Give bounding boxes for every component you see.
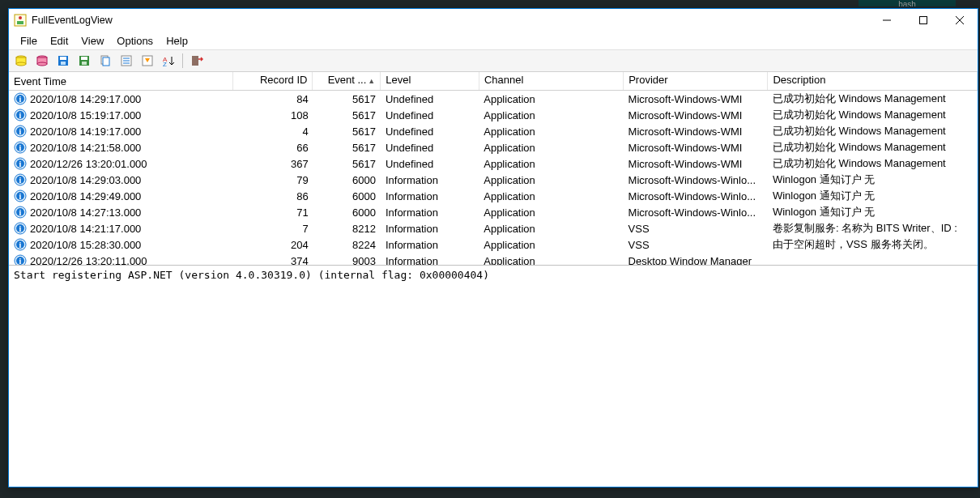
cell-record: 79 xyxy=(234,174,313,186)
cell-event: 5617 xyxy=(313,93,381,105)
cell-level: Undefined xyxy=(381,109,479,121)
cell-channel: Application xyxy=(479,190,623,202)
table-row[interactable]: i2020/10/8 14:29:03.000796000Information… xyxy=(9,172,978,188)
cell-channel: Application xyxy=(479,158,623,170)
col-description[interactable]: Description xyxy=(768,72,978,90)
svg-text:i: i xyxy=(19,176,22,185)
cell-event: 6000 xyxy=(313,174,381,186)
cell-record: 108 xyxy=(234,109,313,121)
toolbar-separator xyxy=(182,53,183,68)
col-event-id[interactable]: Event ...▲ xyxy=(313,72,381,90)
cell-level: Information xyxy=(381,206,479,219)
cell-channel: Application xyxy=(479,109,623,121)
cell-provider: Microsoft-Windows-WMI xyxy=(624,93,768,105)
event-list[interactable]: i2020/10/8 14:29:17.000845617UndefinedAp… xyxy=(9,91,978,266)
info-icon: i xyxy=(14,92,27,105)
cell-record: 84 xyxy=(234,93,313,105)
external-window-title: bash xyxy=(859,0,956,6)
info-icon: i xyxy=(14,141,27,154)
cell-provider: Microsoft-Windows-Winlo... xyxy=(624,190,768,202)
svg-rect-12 xyxy=(61,62,66,65)
col-level[interactable]: Level xyxy=(381,72,479,90)
cell-channel: Application xyxy=(479,174,623,186)
window-title: FullEventLogView xyxy=(32,15,868,26)
info-icon: i xyxy=(14,222,27,235)
info-icon: i xyxy=(14,254,27,266)
info-icon: i xyxy=(14,109,27,121)
cell-time: 2020/10/8 14:29:17.000 xyxy=(30,93,141,105)
svg-text:i: i xyxy=(19,111,22,120)
menu-options[interactable]: Options xyxy=(110,33,160,49)
titlebar[interactable]: FullEventLogView xyxy=(9,9,978,32)
svg-rect-14 xyxy=(81,57,87,60)
open-file-icon[interactable] xyxy=(12,52,30,70)
table-row[interactable]: i2020/10/8 14:21:17.00078212InformationA… xyxy=(9,220,978,236)
minimize-button[interactable] xyxy=(868,9,905,32)
save-icon[interactable] xyxy=(54,52,72,70)
cell-channel: Application xyxy=(479,126,623,138)
sort-icon[interactable]: AZ xyxy=(160,52,177,70)
properties-icon[interactable] xyxy=(117,52,135,70)
cell-level: Undefined xyxy=(381,158,479,170)
cell-desc: 已成功初始化 Windows Management xyxy=(768,108,978,122)
details-pane[interactable]: Start registering ASP.NET (version 4.0.3… xyxy=(9,266,978,487)
svg-text:i: i xyxy=(19,240,22,249)
svg-text:i: i xyxy=(19,208,22,217)
cell-level: Information xyxy=(381,174,479,186)
menu-edit[interactable]: Edit xyxy=(44,33,75,49)
table-row[interactable]: i2020/12/26 13:20:11.0003749003Informati… xyxy=(9,253,978,266)
svg-rect-25 xyxy=(192,56,198,66)
cell-event: 5617 xyxy=(313,158,381,170)
open-stream-icon[interactable] xyxy=(33,52,51,70)
cell-level: Information xyxy=(381,223,479,235)
cell-level: Undefined xyxy=(381,142,479,154)
cell-provider: Microsoft-Windows-WMI xyxy=(624,158,768,170)
cell-record: 204 xyxy=(234,239,313,251)
table-row[interactable]: i2020/12/26 13:20:01.0003675617Undefined… xyxy=(9,155,978,172)
cell-desc: Winlogon 通知订户 无 xyxy=(768,205,978,219)
col-record-id[interactable]: Record ID xyxy=(233,72,313,90)
svg-rect-11 xyxy=(60,57,66,60)
cell-level: Information xyxy=(381,190,479,202)
table-row[interactable]: i2020/10/8 14:29:17.000845617UndefinedAp… xyxy=(9,91,978,107)
copy-icon[interactable] xyxy=(96,52,114,70)
cell-record: 71 xyxy=(234,206,313,219)
save-selected-icon[interactable] xyxy=(75,52,93,70)
cell-record: 367 xyxy=(234,158,313,170)
cell-channel: Application xyxy=(479,93,623,105)
menu-view[interactable]: View xyxy=(75,33,110,49)
col-channel[interactable]: Channel xyxy=(479,72,624,90)
cell-event: 8212 xyxy=(313,223,381,235)
info-icon: i xyxy=(14,157,27,170)
table-row[interactable]: i2020/10/8 14:19:17.00045617UndefinedApp… xyxy=(9,123,978,139)
table-row[interactable]: i2020/10/8 15:28:30.0002048224Informatio… xyxy=(9,236,978,253)
cell-desc: 由于空闲超时，VSS 服务将关闭。 xyxy=(768,237,978,252)
maximize-button[interactable] xyxy=(905,9,941,32)
close-button[interactable] xyxy=(941,9,978,32)
table-row[interactable]: i2020/10/8 15:19:17.0001085617UndefinedA… xyxy=(9,107,978,123)
menu-file[interactable]: File xyxy=(14,33,44,49)
col-provider[interactable]: Provider xyxy=(624,72,768,90)
options-icon[interactable] xyxy=(138,52,156,70)
cell-time: 2020/10/8 14:29:49.000 xyxy=(30,190,141,202)
svg-rect-3 xyxy=(919,17,927,24)
cell-time: 2020/10/8 15:19:17.000 xyxy=(30,109,141,121)
cell-event: 6000 xyxy=(313,206,381,219)
col-event-time[interactable]: Event Time xyxy=(9,72,233,90)
app-icon xyxy=(14,14,27,27)
cell-time: 2020/10/8 14:27:13.000 xyxy=(30,206,141,219)
svg-text:i: i xyxy=(19,257,22,266)
cell-time: 2020/10/8 15:28:30.000 xyxy=(30,239,141,251)
table-row[interactable]: i2020/10/8 14:27:13.000716000Information… xyxy=(9,204,978,220)
cell-desc: 已成功初始化 Windows Management xyxy=(768,156,978,171)
info-icon: i xyxy=(14,189,27,202)
table-row[interactable]: i2020/10/8 14:21:58.000665617UndefinedAp… xyxy=(9,139,978,155)
menu-help[interactable]: Help xyxy=(160,33,194,49)
exit-icon[interactable] xyxy=(188,52,206,70)
svg-text:i: i xyxy=(19,160,22,168)
cell-level: Undefined xyxy=(381,126,479,138)
table-row[interactable]: i2020/10/8 14:29:49.000866000Information… xyxy=(9,188,978,204)
cell-level: Information xyxy=(381,239,479,251)
cell-desc: 已成功初始化 Windows Management xyxy=(768,140,978,155)
cell-channel: Application xyxy=(479,239,623,251)
